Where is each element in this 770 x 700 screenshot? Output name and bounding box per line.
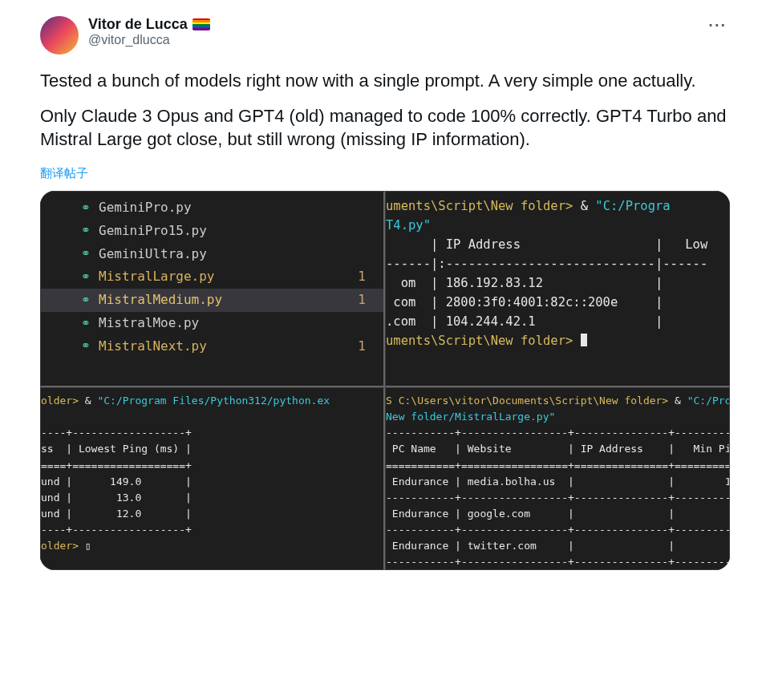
user-handle[interactable]: @vitor_dlucca <box>88 33 705 47</box>
terminal-mistral-pane: S C:\Users\vitor\Documents\Script\New fo… <box>385 387 730 570</box>
file-row[interactable]: ⚭MistralMoe.py <box>41 312 383 335</box>
file-row[interactable]: ⚭GeminiPro.py <box>41 196 383 220</box>
python-file-icon: ⚭ <box>81 269 91 286</box>
python-file-icon: ⚭ <box>81 200 91 217</box>
avatar[interactable] <box>40 16 79 55</box>
file-name: MistralNext.py <box>99 337 350 357</box>
python-file-icon: ⚭ <box>81 292 91 310</box>
tweet-text: Tested a bunch of models right now with … <box>40 69 730 152</box>
file-name: MistralMedium.py <box>99 290 350 310</box>
python-file-icon: ⚭ <box>81 315 91 333</box>
embedded-screenshot: ⚭GeminiPro.py⚭GeminiPro15.py⚭GeminiUltra… <box>40 191 730 570</box>
tweet-paragraph: Only Claude 3 Opus and GPT4 (old) manage… <box>40 104 730 152</box>
file-row[interactable]: ⚭GeminiPro15.py <box>41 220 383 243</box>
display-name[interactable]: Vitor de Lucca <box>88 16 188 33</box>
file-name: GeminiPro.py <box>99 198 358 218</box>
python-file-icon: ⚭ <box>81 338 91 355</box>
translate-link[interactable]: 翻译帖子 <box>40 166 88 181</box>
python-file-icon: ⚭ <box>81 222 91 240</box>
file-name: GeminiPro15.py <box>99 221 358 241</box>
file-row[interactable]: ⚭MistralNext.py1 <box>41 335 383 358</box>
file-name: MistralLarge.py <box>99 267 350 287</box>
modification-count: 1 <box>358 267 366 287</box>
file-name: GeminiUltra.py <box>99 245 358 265</box>
file-explorer-pane: ⚭GeminiPro.py⚭GeminiPro15.py⚭GeminiUltra… <box>40 191 385 387</box>
tweet-header: Vitor de Lucca @vitor_dlucca ··· <box>40 16 730 55</box>
terminal-ping-pane: older> & "C:/Program Files/Python312/pyt… <box>40 387 385 570</box>
modification-count: 1 <box>358 290 366 310</box>
pride-flag-icon <box>192 18 210 30</box>
tweet-paragraph: Tested a bunch of models right now with … <box>40 69 730 93</box>
file-row[interactable]: ⚭GeminiUltra.py <box>41 243 383 266</box>
more-button[interactable]: ··· <box>705 16 730 34</box>
terminal-ip-pane: uments\Script\New folder> & "C:/PrograT4… <box>385 191 730 387</box>
python-file-icon: ⚭ <box>81 245 91 263</box>
modification-count: 1 <box>358 337 366 357</box>
file-name: MistralMoe.py <box>99 314 358 334</box>
file-row[interactable]: ⚭MistralMedium.py1 <box>41 289 383 312</box>
file-row[interactable]: ⚭MistralLarge.py1 <box>41 265 383 289</box>
